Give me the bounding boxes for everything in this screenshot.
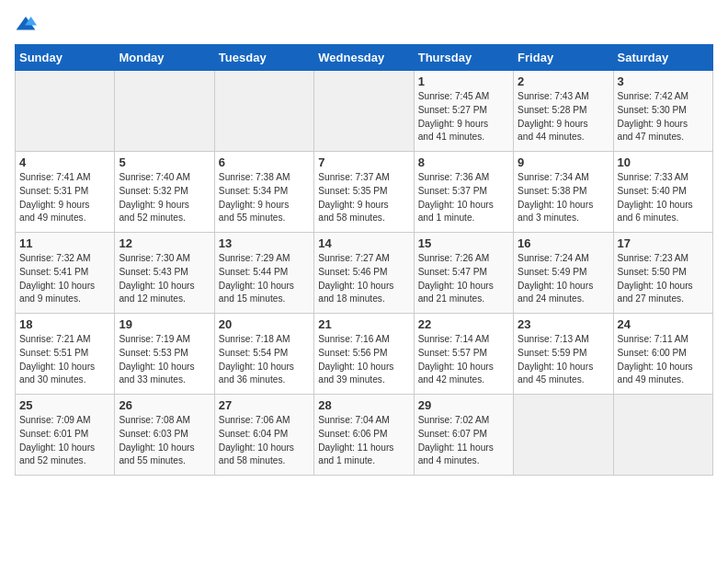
logo-icon (15, 15, 37, 33)
day-info: Sunrise: 7:21 AM Sunset: 5:51 PM Dayligh… (19, 333, 110, 387)
day-number: 13 (219, 236, 310, 250)
calendar-cell (514, 395, 613, 476)
calendar-cell: 8Sunrise: 7:36 AM Sunset: 5:37 PM Daylig… (414, 152, 513, 233)
week-row-2: 4Sunrise: 7:41 AM Sunset: 5:31 PM Daylig… (16, 152, 713, 233)
calendar-cell: 10Sunrise: 7:33 AM Sunset: 5:40 PM Dayli… (613, 152, 712, 233)
day-number: 15 (418, 236, 509, 250)
day-number: 5 (119, 155, 210, 169)
day-number: 28 (318, 398, 409, 412)
calendar-cell: 7Sunrise: 7:37 AM Sunset: 5:35 PM Daylig… (314, 152, 414, 233)
calendar-cell: 25Sunrise: 7:09 AM Sunset: 6:01 PM Dayli… (16, 395, 115, 476)
day-info: Sunrise: 7:02 AM Sunset: 6:07 PM Dayligh… (418, 414, 509, 468)
calendar-cell (214, 71, 313, 152)
calendar-cell (314, 71, 414, 152)
day-number: 1 (418, 75, 509, 88)
day-number: 12 (119, 236, 210, 250)
calendar-cell: 2Sunrise: 7:43 AM Sunset: 5:28 PM Daylig… (514, 71, 613, 152)
day-number: 3 (618, 75, 709, 88)
calendar-cell: 4Sunrise: 7:41 AM Sunset: 5:31 PM Daylig… (16, 152, 115, 233)
header-monday: Monday (115, 45, 214, 71)
day-info: Sunrise: 7:14 AM Sunset: 5:57 PM Dayligh… (418, 333, 509, 387)
calendar-cell: 17Sunrise: 7:23 AM Sunset: 5:50 PM Dayli… (613, 233, 712, 314)
day-info: Sunrise: 7:45 AM Sunset: 5:27 PM Dayligh… (418, 90, 509, 144)
header-sunday: Sunday (16, 45, 115, 71)
calendar-cell (16, 71, 115, 152)
day-info: Sunrise: 7:29 AM Sunset: 5:44 PM Dayligh… (219, 252, 310, 306)
day-number: 10 (618, 155, 709, 169)
calendar-cell: 1Sunrise: 7:45 AM Sunset: 5:27 PM Daylig… (414, 71, 513, 152)
day-number: 16 (518, 236, 609, 250)
day-info: Sunrise: 7:24 AM Sunset: 5:49 PM Dayligh… (518, 252, 609, 306)
day-info: Sunrise: 7:40 AM Sunset: 5:32 PM Dayligh… (119, 171, 210, 225)
day-number: 11 (19, 236, 110, 250)
day-number: 23 (518, 317, 609, 331)
day-info: Sunrise: 7:42 AM Sunset: 5:30 PM Dayligh… (618, 90, 709, 144)
day-number: 22 (418, 317, 509, 331)
calendar-cell (115, 71, 214, 152)
day-info: Sunrise: 7:04 AM Sunset: 6:06 PM Dayligh… (318, 414, 409, 468)
week-row-1: 1Sunrise: 7:45 AM Sunset: 5:27 PM Daylig… (16, 71, 713, 152)
day-info: Sunrise: 7:33 AM Sunset: 5:40 PM Dayligh… (618, 171, 709, 225)
day-number: 27 (219, 398, 310, 412)
calendar-cell: 16Sunrise: 7:24 AM Sunset: 5:49 PM Dayli… (514, 233, 613, 314)
day-info: Sunrise: 7:27 AM Sunset: 5:46 PM Dayligh… (318, 252, 409, 306)
day-info: Sunrise: 7:34 AM Sunset: 5:38 PM Dayligh… (518, 171, 609, 225)
calendar-cell: 12Sunrise: 7:30 AM Sunset: 5:43 PM Dayli… (115, 233, 214, 314)
header-saturday: Saturday (613, 45, 712, 71)
day-info: Sunrise: 7:08 AM Sunset: 6:03 PM Dayligh… (119, 414, 210, 468)
day-number: 7 (318, 155, 409, 169)
day-info: Sunrise: 7:36 AM Sunset: 5:37 PM Dayligh… (418, 171, 509, 225)
day-info: Sunrise: 7:30 AM Sunset: 5:43 PM Dayligh… (119, 252, 210, 306)
header-friday: Friday (514, 45, 613, 71)
day-info: Sunrise: 7:37 AM Sunset: 5:35 PM Dayligh… (318, 171, 409, 225)
day-number: 19 (119, 317, 210, 331)
calendar-cell: 26Sunrise: 7:08 AM Sunset: 6:03 PM Dayli… (115, 395, 214, 476)
header-thursday: Thursday (414, 45, 513, 71)
header-wednesday: Wednesday (314, 45, 414, 71)
calendar-cell: 3Sunrise: 7:42 AM Sunset: 5:30 PM Daylig… (613, 71, 712, 152)
week-row-3: 11Sunrise: 7:32 AM Sunset: 5:41 PM Dayli… (16, 233, 713, 314)
calendar-cell: 5Sunrise: 7:40 AM Sunset: 5:32 PM Daylig… (115, 152, 214, 233)
logo (15, 15, 40, 33)
calendar-cell: 18Sunrise: 7:21 AM Sunset: 5:51 PM Dayli… (16, 314, 115, 395)
header-row: SundayMondayTuesdayWednesdayThursdayFrid… (16, 45, 713, 71)
calendar-cell: 23Sunrise: 7:13 AM Sunset: 5:59 PM Dayli… (514, 314, 613, 395)
page-header (15, 15, 713, 33)
day-number: 18 (19, 317, 110, 331)
calendar-cell: 11Sunrise: 7:32 AM Sunset: 5:41 PM Dayli… (16, 233, 115, 314)
day-number: 26 (119, 398, 210, 412)
calendar-cell: 20Sunrise: 7:18 AM Sunset: 5:54 PM Dayli… (214, 314, 313, 395)
day-info: Sunrise: 7:32 AM Sunset: 5:41 PM Dayligh… (19, 252, 110, 306)
calendar-cell: 9Sunrise: 7:34 AM Sunset: 5:38 PM Daylig… (514, 152, 613, 233)
calendar-cell: 14Sunrise: 7:27 AM Sunset: 5:46 PM Dayli… (314, 233, 414, 314)
day-info: Sunrise: 7:16 AM Sunset: 5:56 PM Dayligh… (318, 333, 409, 387)
calendar-cell: 27Sunrise: 7:06 AM Sunset: 6:04 PM Dayli… (214, 395, 313, 476)
day-info: Sunrise: 7:11 AM Sunset: 6:00 PM Dayligh… (618, 333, 709, 387)
day-info: Sunrise: 7:09 AM Sunset: 6:01 PM Dayligh… (19, 414, 110, 468)
header-tuesday: Tuesday (214, 45, 313, 71)
calendar-cell: 6Sunrise: 7:38 AM Sunset: 5:34 PM Daylig… (214, 152, 313, 233)
day-number: 21 (318, 317, 409, 331)
day-number: 14 (318, 236, 409, 250)
calendar-cell: 15Sunrise: 7:26 AM Sunset: 5:47 PM Dayli… (414, 233, 513, 314)
day-info: Sunrise: 7:41 AM Sunset: 5:31 PM Dayligh… (19, 171, 110, 225)
day-info: Sunrise: 7:26 AM Sunset: 5:47 PM Dayligh… (418, 252, 509, 306)
day-info: Sunrise: 7:18 AM Sunset: 5:54 PM Dayligh… (219, 333, 310, 387)
day-info: Sunrise: 7:06 AM Sunset: 6:04 PM Dayligh… (219, 414, 310, 468)
calendar-table: SundayMondayTuesdayWednesdayThursdayFrid… (15, 44, 713, 476)
day-number: 24 (618, 317, 709, 331)
day-info: Sunrise: 7:19 AM Sunset: 5:53 PM Dayligh… (119, 333, 210, 387)
day-number: 17 (618, 236, 709, 250)
day-number: 29 (418, 398, 509, 412)
day-number: 4 (19, 155, 110, 169)
day-number: 20 (219, 317, 310, 331)
calendar-cell: 24Sunrise: 7:11 AM Sunset: 6:00 PM Dayli… (613, 314, 712, 395)
day-number: 2 (518, 75, 609, 88)
day-info: Sunrise: 7:23 AM Sunset: 5:50 PM Dayligh… (618, 252, 709, 306)
day-number: 8 (418, 155, 509, 169)
day-number: 9 (518, 155, 609, 169)
day-number: 6 (219, 155, 310, 169)
day-number: 25 (19, 398, 110, 412)
day-info: Sunrise: 7:38 AM Sunset: 5:34 PM Dayligh… (219, 171, 310, 225)
calendar-cell: 19Sunrise: 7:19 AM Sunset: 5:53 PM Dayli… (115, 314, 214, 395)
